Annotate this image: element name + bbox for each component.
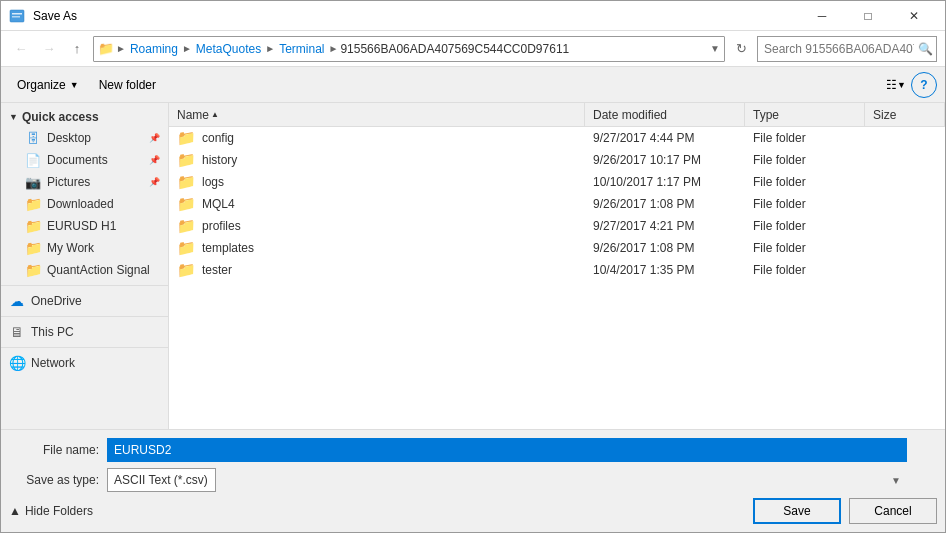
close-button[interactable]: ✕ [891, 1, 937, 31]
search-box[interactable]: 🔍 [757, 36, 937, 62]
dialog-title: Save As [33, 9, 77, 23]
file-name-cell: 📁 history [169, 149, 585, 171]
sidebar-item-thispc[interactable]: 🖥 This PC [1, 321, 168, 343]
sidebar-downloaded-label: Downloaded [47, 197, 114, 211]
cancel-button[interactable]: Cancel [849, 498, 937, 524]
title-bar-left: Save As [9, 8, 77, 24]
back-button[interactable]: ← [9, 37, 33, 61]
table-row[interactable]: 📁 profiles 9/27/2017 4:21 PM File folder [169, 215, 945, 237]
sidebar-item-onedrive[interactable]: ☁ OneDrive [1, 290, 168, 312]
downloaded-icon: 📁 [25, 196, 41, 212]
file-date-cell: 9/26/2017 10:17 PM [585, 149, 745, 171]
hide-folders-toggle[interactable]: ▲ Hide Folders [9, 504, 93, 518]
sidebar-item-desktop[interactable]: 🗄 Desktop 📌 [1, 127, 168, 149]
filetype-row: Save as type: ASCII Text (*.csv) ▼ [9, 468, 937, 492]
file-type-cell: File folder [745, 193, 865, 215]
file-size-cell [865, 193, 945, 215]
forward-button[interactable]: → [37, 37, 61, 61]
up-button[interactable]: ↑ [65, 37, 89, 61]
sidebar-item-eurusd[interactable]: 📁 EURUSD H1 [1, 215, 168, 237]
window-controls: ─ □ ✕ [799, 1, 937, 31]
documents-icon: 📄 [25, 152, 41, 168]
table-row[interactable]: 📁 history 9/26/2017 10:17 PM File folder [169, 149, 945, 171]
file-name-cell: 📁 logs [169, 171, 585, 193]
file-rows-container: 📁 config 9/27/2017 4:44 PM File folder 📁… [169, 127, 945, 281]
col-type-header[interactable]: Type [745, 103, 865, 126]
file-name-cell: 📁 templates [169, 237, 585, 259]
help-button[interactable]: ? [911, 72, 937, 98]
crumb-roaming[interactable]: Roaming [128, 42, 180, 56]
sidebar-item-quantaction[interactable]: 📁 QuantAction Signal [1, 259, 168, 281]
address-dropdown-arrow[interactable]: ▼ [710, 43, 720, 54]
file-name-text: MQL4 [202, 197, 235, 211]
table-row[interactable]: 📁 tester 10/4/2017 1:35 PM File folder [169, 259, 945, 281]
pin-icon-documents: 📌 [149, 155, 160, 165]
file-type-cell: File folder [745, 237, 865, 259]
quick-access-header[interactable]: ▼ Quick access [1, 107, 168, 127]
table-row[interactable]: 📁 MQL4 9/26/2017 1:08 PM File folder [169, 193, 945, 215]
svg-rect-2 [12, 16, 20, 18]
file-name-text: history [202, 153, 237, 167]
table-row[interactable]: 📁 config 9/27/2017 4:44 PM File folder [169, 127, 945, 149]
hide-folders-label: Hide Folders [25, 504, 93, 518]
sidebar-divider-3 [1, 347, 168, 348]
sort-arrow-icon: ▲ [211, 110, 219, 119]
col-size-header[interactable]: Size [865, 103, 945, 126]
folder-icon: 📁 [177, 173, 196, 191]
col-name-header[interactable]: Name ▲ [169, 103, 585, 126]
svg-rect-1 [12, 13, 22, 15]
view-controls: ☷ ▼ ? [883, 72, 937, 98]
file-size-cell [865, 259, 945, 281]
desktop-icon: 🗄 [25, 130, 41, 146]
view-toggle-button[interactable]: ☷ ▼ [883, 72, 909, 98]
maximize-button[interactable]: □ [845, 1, 891, 31]
quick-access-section: ▼ Quick access 🗄 Desktop 📌 📄 Documents 📌… [1, 107, 168, 281]
sidebar-divider-2 [1, 316, 168, 317]
col-date-header[interactable]: Date modified [585, 103, 745, 126]
crumb-current: 915566BA06ADA407569C544CC0D97611 [340, 42, 569, 56]
new-folder-button[interactable]: New folder [91, 72, 164, 98]
file-type-cell: File folder [745, 259, 865, 281]
address-bar[interactable]: 📁 ► Roaming ► MetaQuotes ► Terminal ► 91… [93, 36, 725, 62]
bottom-panel: File name: Save as type: ASCII Text (*.c… [1, 429, 945, 532]
search-input[interactable] [764, 42, 914, 56]
folder-icon: 📁 [177, 151, 196, 169]
file-date-cell: 10/4/2017 1:35 PM [585, 259, 745, 281]
view-dropdown-icon: ▼ [897, 80, 906, 90]
file-date-cell: 9/27/2017 4:44 PM [585, 127, 745, 149]
filename-input[interactable] [107, 438, 907, 462]
table-row[interactable]: 📁 logs 10/10/2017 1:17 PM File folder [169, 171, 945, 193]
file-list: Name ▲ Date modified Type Size 📁 config [169, 103, 945, 429]
organize-label: Organize [17, 78, 66, 92]
mywork-folder-icon: 📁 [25, 240, 41, 256]
save-button[interactable]: Save [753, 498, 841, 524]
quick-access-label: Quick access [22, 110, 99, 124]
table-row[interactable]: 📁 templates 9/26/2017 1:08 PM File folde… [169, 237, 945, 259]
sidebar-item-mywork[interactable]: 📁 My Work [1, 237, 168, 259]
filetype-select[interactable]: ASCII Text (*.csv) [107, 468, 216, 492]
onedrive-icon: ☁ [9, 293, 25, 309]
view-grid-icon: ☷ [886, 78, 897, 92]
sidebar-item-documents[interactable]: 📄 Documents 📌 [1, 149, 168, 171]
crumb-terminal[interactable]: Terminal [277, 42, 326, 56]
pin-icon-desktop: 📌 [149, 133, 160, 143]
bottom-buttons: ▲ Hide Folders Save Cancel [9, 498, 937, 524]
sidebar-item-pictures[interactable]: 📷 Pictures 📌 [1, 171, 168, 193]
breadcrumb: 📁 ► Roaming ► MetaQuotes ► Terminal ► 91… [98, 41, 569, 56]
minimize-button[interactable]: ─ [799, 1, 845, 31]
sidebar-item-downloaded[interactable]: 📁 Downloaded [1, 193, 168, 215]
sidebar-documents-label: Documents [47, 153, 108, 167]
search-icon: 🔍 [918, 42, 933, 56]
filetype-select-wrapper: ASCII Text (*.csv) ▼ [107, 468, 907, 492]
sidebar-desktop-label: Desktop [47, 131, 91, 145]
filename-label: File name: [9, 443, 99, 457]
crumb-metaquotes[interactable]: MetaQuotes [194, 42, 263, 56]
file-name-cell: 📁 MQL4 [169, 193, 585, 215]
organize-button[interactable]: Organize ▼ [9, 72, 87, 98]
collapse-up-icon: ▲ [9, 504, 21, 518]
refresh-button[interactable]: ↻ [729, 36, 753, 62]
sidebar-item-network[interactable]: 🌐 Network [1, 352, 168, 374]
folder-icon: 📁 [177, 217, 196, 235]
organize-arrow-icon: ▼ [70, 80, 79, 90]
file-size-cell [865, 149, 945, 171]
